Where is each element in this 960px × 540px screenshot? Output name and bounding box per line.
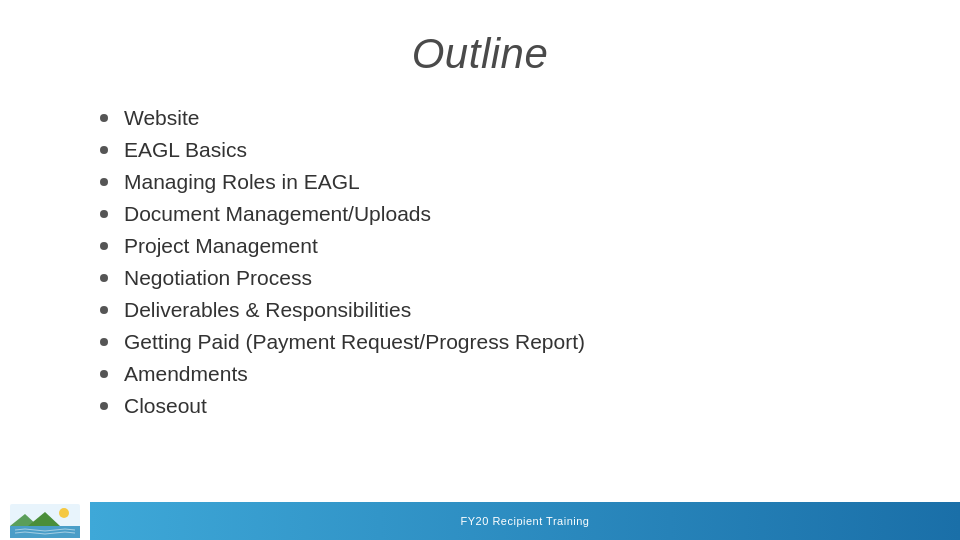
footer-text: FY20 Recipient Training <box>461 515 590 527</box>
bullet-dot-icon <box>100 146 108 154</box>
bottom-bar: FY20 Recipient Training <box>0 502 960 540</box>
logo-icon <box>10 504 80 538</box>
list-item-label: Deliverables & Responsibilities <box>124 298 411 322</box>
slide-title: Outline <box>60 30 900 78</box>
bullet-dot-icon <box>100 338 108 346</box>
list-item: Website <box>100 106 900 130</box>
bullet-dot-icon <box>100 178 108 186</box>
list-item: Deliverables & Responsibilities <box>100 298 900 322</box>
bullet-dot-icon <box>100 306 108 314</box>
list-item: Managing Roles in EAGL <box>100 170 900 194</box>
bullet-dot-icon <box>100 210 108 218</box>
list-item-label: Project Management <box>124 234 318 258</box>
list-item-label: EAGL Basics <box>124 138 247 162</box>
list-item-label: Amendments <box>124 362 248 386</box>
logo-area <box>0 502 90 540</box>
list-item: Negotiation Process <box>100 266 900 290</box>
list-item-label: Managing Roles in EAGL <box>124 170 360 194</box>
list-item-label: Website <box>124 106 199 130</box>
svg-point-1 <box>59 508 69 518</box>
list-item-label: Closeout <box>124 394 207 418</box>
bullet-dot-icon <box>100 274 108 282</box>
list-item: Document Management/Uploads <box>100 202 900 226</box>
bullet-dot-icon <box>100 242 108 250</box>
bullet-dot-icon <box>100 402 108 410</box>
bullet-dot-icon <box>100 114 108 122</box>
list-item-label: Negotiation Process <box>124 266 312 290</box>
slide: Outline WebsiteEAGL BasicsManaging Roles… <box>0 0 960 540</box>
bullet-list: WebsiteEAGL BasicsManaging Roles in EAGL… <box>60 106 900 426</box>
list-item: EAGL Basics <box>100 138 900 162</box>
footer-bar: FY20 Recipient Training <box>90 502 960 540</box>
list-item: Getting Paid (Payment Request/Progress R… <box>100 330 900 354</box>
list-item-label: Getting Paid (Payment Request/Progress R… <box>124 330 585 354</box>
list-item-label: Document Management/Uploads <box>124 202 431 226</box>
bullet-dot-icon <box>100 370 108 378</box>
list-item: Project Management <box>100 234 900 258</box>
list-item: Closeout <box>100 394 900 418</box>
list-item: Amendments <box>100 362 900 386</box>
